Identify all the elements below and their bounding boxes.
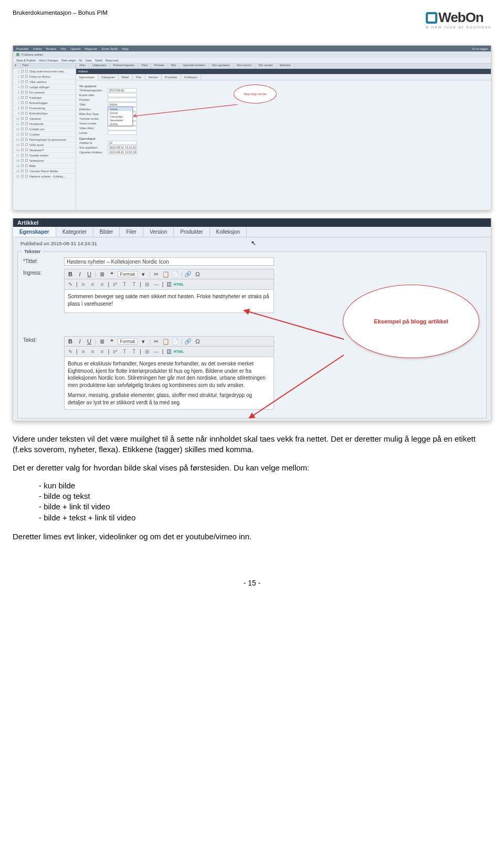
new-button[interactable]: Ny xyxy=(79,59,82,62)
menu-item[interactable]: Rapporter xyxy=(85,47,97,50)
menu-item[interactable]: Filer xyxy=(60,47,66,50)
editor-toolbar[interactable]: B I U | ≣ ❝ Format ▾ | ✂ 📋 📄 | xyxy=(64,269,274,279)
format-select[interactable]: Format xyxy=(118,338,138,344)
italic-icon[interactable]: I xyxy=(76,338,83,345)
table-row[interactable]: 16Skolestart? xyxy=(13,148,76,153)
omega-icon[interactable]: Ω xyxy=(194,270,201,278)
mal-dropdown[interactable]: ArticleSocialCampaignNewsletterQuote xyxy=(108,107,133,126)
field-input[interactable]: 2015-08-26 xyxy=(108,88,137,92)
underline-icon[interactable]: U xyxy=(86,270,93,278)
table-row[interactable]: 14Retningslinjer for personvern xyxy=(13,137,76,142)
editor-toolbar[interactable]: B I U | ≣ ❝ Format ▾ | ✂ 📋 📄 | xyxy=(64,336,274,347)
editor-toolbar-2[interactable]: ✎| ≡≡≡| x²TT| ⊞—| 🖼 HTML xyxy=(64,279,274,290)
table-row[interactable]: 8Finansiering xyxy=(13,106,76,111)
image-icon[interactable]: 🖼 xyxy=(165,281,173,288)
tab[interactable]: Kategorier xyxy=(98,74,118,80)
menu-item[interactable]: Brukere xyxy=(46,47,56,50)
field-input[interactable] xyxy=(108,98,137,102)
html-button[interactable]: HTML xyxy=(175,348,182,356)
readonly-toggle[interactable]: Read-only xyxy=(106,59,119,62)
paste-icon[interactable]: 📄 xyxy=(172,338,179,345)
col-header: Etiketten xyxy=(277,64,295,69)
table-row[interactable]: 4Ledige stillinger xyxy=(13,85,76,90)
tab[interactable]: Kategorier xyxy=(56,227,93,237)
editor-toolbar-2[interactable]: ✎| ≡≡≡| x²TT| ⊞—| 🖼 HTML xyxy=(64,347,274,357)
tab[interactable]: Version xyxy=(145,74,162,80)
menu-item[interactable]: Produkter xyxy=(16,47,29,50)
dropdown-option[interactable]: Article xyxy=(108,107,132,111)
list-icon[interactable]: ≣ xyxy=(99,270,106,278)
table-row[interactable]: 20Youtube Halvor Bakke xyxy=(13,169,76,174)
cut-icon[interactable]: ✂ xyxy=(153,270,160,278)
omega-icon[interactable]: Ω xyxy=(194,338,201,345)
table-row[interactable]: 18Nyhetsbrev xyxy=(13,158,76,163)
tab[interactable]: Filer xyxy=(133,74,145,80)
menu-item[interactable]: Hjelp xyxy=(122,47,129,50)
tab[interactable]: Version xyxy=(143,227,174,237)
tab[interactable]: Filer xyxy=(120,227,143,237)
title-input[interactable]: Høstens nyheter – Kolleksjonen Nordic Ic… xyxy=(64,257,274,266)
link-icon[interactable]: 🔗 xyxy=(184,338,192,345)
quote-icon[interactable]: ❝ xyxy=(108,338,116,345)
table-row[interactable]: 15Grått quote xyxy=(13,142,76,148)
panel-title: Publisere artikler xyxy=(22,53,43,56)
list-icon[interactable]: ≣ xyxy=(99,338,106,345)
table-row[interactable]: 5For pressen xyxy=(13,90,76,95)
tab[interactable]: Bilder xyxy=(93,227,120,237)
callout-bubble: Velg riktig mal her xyxy=(234,85,277,103)
image-icon[interactable]: 🖼 xyxy=(165,348,173,356)
table-button[interactable]: Tabell xyxy=(95,59,102,62)
table-row[interactable]: 11Hustekstile xyxy=(13,121,76,127)
dropdown-option[interactable]: Campaign xyxy=(108,114,132,118)
tab[interactable]: Egenskaper xyxy=(13,227,56,237)
link-icon[interactable]: 🔗 xyxy=(184,270,192,278)
table-row[interactable]: 17Sosiale medier xyxy=(13,153,76,158)
tab[interactable]: Kolleksjon xyxy=(181,74,201,80)
menu-item[interactable]: Endre Språk xyxy=(102,47,118,50)
ingress-textarea[interactable]: Sommeren beveger seg sakte men sikkert m… xyxy=(64,290,274,313)
field-input[interactable] xyxy=(108,126,137,130)
tab[interactable]: Produkter xyxy=(174,227,209,237)
abort-button[interactable]: Abort Changes xyxy=(39,59,58,62)
edit-icon[interactable]: ✎ xyxy=(67,348,74,356)
cut-icon[interactable]: ✂ xyxy=(153,338,160,345)
table-row[interactable]: 2Fakta om Bohus xyxy=(13,74,76,79)
table-row[interactable]: 10Gavekort xyxy=(13,116,76,121)
field-input[interactable] xyxy=(108,93,137,97)
italic-icon[interactable]: I xyxy=(76,270,83,278)
delete-button[interactable]: Slett valgte xyxy=(61,59,76,62)
tab[interactable]: Kolleksjon xyxy=(210,227,247,237)
menu-item[interactable]: Oppsett xyxy=(70,47,80,50)
col-header: Sist column xyxy=(234,64,255,69)
data-button[interactable]: Data xyxy=(86,59,92,62)
table-row[interactable]: 1Skap drømmerommet med... xyxy=(13,69,76,74)
tekst-textarea[interactable]: Bohus er eksklusiv forhandler, Norges en… xyxy=(64,357,274,410)
table-row[interactable]: 3Våre varehus xyxy=(13,79,76,85)
dropdown-option[interactable]: Newsletter xyxy=(108,118,132,122)
tab[interactable]: Bilder xyxy=(119,74,133,80)
edit-icon[interactable]: ✎ xyxy=(67,281,74,288)
underline-icon[interactable]: U xyxy=(86,338,93,345)
bold-icon[interactable]: B xyxy=(67,338,74,345)
table-row[interactable]: 6Kataloger xyxy=(13,95,76,100)
table-row[interactable]: 19Bilde xyxy=(13,163,76,169)
table-row[interactable]: 12Kontakt oss xyxy=(13,127,76,132)
copy-icon[interactable]: 📋 xyxy=(162,270,170,278)
table-row[interactable]: 7Bohusbloggen xyxy=(13,100,76,106)
html-button[interactable]: HTML xyxy=(175,281,182,288)
quote-icon[interactable]: ❝ xyxy=(108,270,116,278)
save-publish-button[interactable]: Save & Publish xyxy=(16,59,36,62)
tab[interactable]: Produkter xyxy=(162,74,181,80)
paste-icon[interactable]: 📄 xyxy=(172,270,179,278)
table-row[interactable]: 13Cookies xyxy=(13,132,76,137)
format-select[interactable]: Format xyxy=(118,271,138,277)
menu-item[interactable]: Artikler xyxy=(33,47,42,50)
tab[interactable]: Egenskaper xyxy=(76,74,98,80)
table-row[interactable]: 9Bohusklubben xyxy=(13,111,76,116)
dropdown-option[interactable]: Quote xyxy=(108,122,132,126)
table-row[interactable]: 21Høstens nyheter - Kolleksj... xyxy=(13,174,76,179)
bold-icon[interactable]: B xyxy=(67,270,74,278)
field-input[interactable] xyxy=(108,131,137,135)
copy-icon[interactable]: 📋 xyxy=(162,338,170,345)
dropdown-option[interactable]: Social xyxy=(108,111,132,114)
